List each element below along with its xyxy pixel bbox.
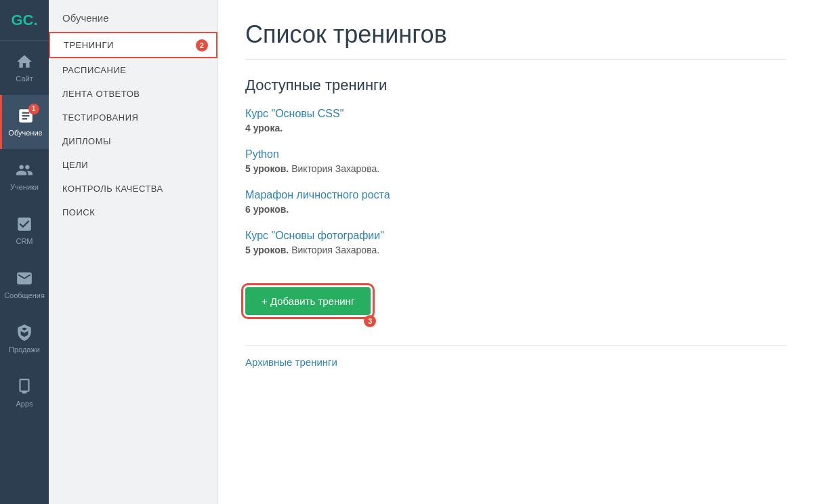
nav-item-crm[interactable]: CRM — [0, 203, 49, 257]
nav-label-messages: Сообщения — [4, 291, 45, 300]
nav-item-messages[interactable]: Сообщения — [0, 257, 49, 312]
add-button-badge: 3 — [364, 315, 376, 327]
main-content: Список тренингов Доступные тренинги Курс… — [218, 0, 813, 504]
nav-learning-badge: 1 — [28, 104, 39, 114]
training-title-python[interactable]: Python — [245, 148, 786, 161]
sidebar-item-answers[interactable]: ЛЕНТА ОТВЕТОВ — [49, 82, 217, 106]
training-item-css: Курс "Основы CSS" 4 урока. — [245, 108, 786, 133]
training-title-css[interactable]: Курс "Основы CSS" — [245, 108, 786, 120]
app-logo: GC. — [0, 0, 49, 41]
page-title: Список тренингов — [245, 20, 786, 60]
nav-item-learning[interactable]: 1 Обучение — [0, 95, 49, 149]
learning-icon: 1 — [16, 106, 35, 125]
sidebar-item-schedule[interactable]: РАСПИСАНИЕ — [49, 58, 217, 82]
crm-icon — [15, 215, 34, 234]
nav-item-sales[interactable]: Продажи — [0, 312, 49, 366]
add-training-button[interactable]: + Добавить тренинг — [245, 287, 371, 315]
archive-link[interactable]: Архивные тренинги — [245, 345, 786, 368]
logo-accent: C — [23, 12, 34, 28]
training-meta-css: 4 урока. — [245, 123, 786, 133]
sidebar-item-search[interactable]: ПОИСК — [49, 201, 217, 224]
sidebar-item-tests[interactable]: ТЕСТИРОВАНИЯ — [49, 106, 217, 129]
messages-icon — [15, 269, 34, 288]
add-button-wrapper: + Добавить тренинг 3 — [245, 280, 371, 322]
nav-bar: GC. Сайт 1 Обучение Ученики CRM Сообщен — [0, 0, 49, 504]
training-title-photo[interactable]: Курс "Основы фотографии" — [245, 230, 786, 242]
sidebar-item-goals[interactable]: ЦЕЛИ — [49, 153, 217, 177]
training-item-marathon: Марафон личностного роста 6 уроков. — [245, 189, 786, 215]
apps-icon — [15, 377, 34, 396]
nav-label-students: Ученики — [10, 183, 39, 192]
nav-item-students[interactable]: Ученики — [0, 149, 49, 203]
nav-label-sales: Продажи — [9, 345, 40, 354]
training-meta-photo: 5 уроков. Виктория Захарова. — [245, 245, 786, 255]
training-item-photo: Курс "Основы фотографии" 5 уроков. Викто… — [245, 230, 786, 255]
home-icon — [15, 52, 34, 71]
sidebar-section-title: Обучение — [49, 0, 217, 32]
training-meta-python: 5 уроков. Виктория Захарова. — [245, 163, 786, 174]
nav-label-learning: Обучение — [8, 129, 42, 138]
nav-label-crm: CRM — [16, 237, 33, 246]
sidebar-item-diplomas[interactable]: ДИПЛОМЫ — [49, 129, 217, 153]
sidebar-item-quality[interactable]: КОНТРОЛЬ КАЧЕСТВА — [49, 177, 217, 201]
training-title-marathon[interactable]: Марафон личностного роста — [245, 189, 786, 201]
sales-icon — [15, 323, 34, 342]
training-author-python: Виктория Захарова. — [291, 163, 379, 174]
training-item-python: Python 5 уроков. Виктория Захарова. — [245, 148, 786, 174]
sidebar-item-trainings[interactable]: ТРЕНИНГИ 2 — [49, 32, 217, 58]
nav-item-apps[interactable]: Apps — [0, 366, 49, 420]
nav-item-site[interactable]: Сайт — [0, 41, 49, 95]
sidebar-trainings-badge: 2 — [196, 39, 208, 51]
nav-label-apps: Apps — [16, 400, 33, 408]
available-section-title: Доступные тренинги — [245, 77, 786, 94]
training-author-photo: Виктория Захарова. — [291, 245, 379, 255]
training-meta-marathon: 6 уроков. — [245, 204, 786, 215]
students-icon — [15, 161, 34, 180]
nav-label-site: Сайт — [16, 75, 33, 83]
sidebar: Обучение ТРЕНИНГИ 2 РАСПИСАНИЕ ЛЕНТА ОТВ… — [49, 0, 218, 504]
